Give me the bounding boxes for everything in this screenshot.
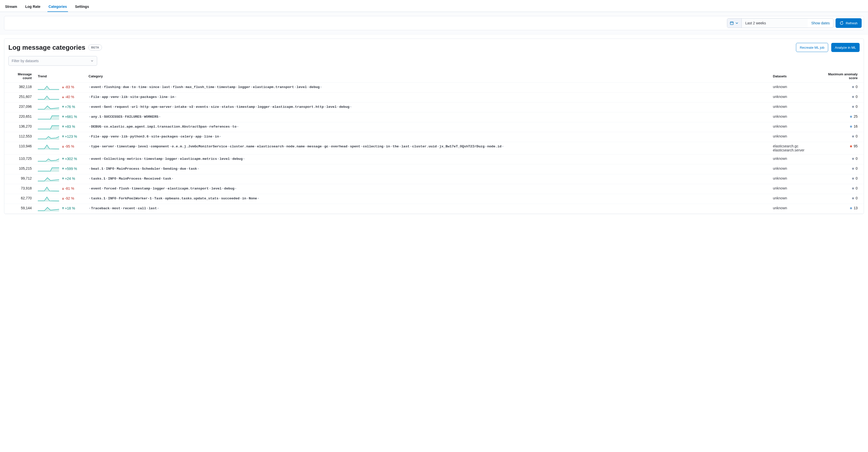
category-token: max_flush_time [186, 85, 214, 89]
trend-cell: +599 % [35, 164, 86, 174]
trend-value: +599 % [62, 167, 77, 171]
table-row[interactable]: 62,770 -92 % •tasks.1•INFO•ForkPoolWorke… [4, 194, 864, 204]
category-token: event [91, 187, 101, 190]
panel-header-actions: Recreate ML job Analyze in ML [796, 43, 860, 52]
datasets-cell: unknown [770, 194, 815, 204]
col-trend[interactable]: Trend [35, 70, 86, 83]
category-token: timestamp [217, 85, 236, 89]
token-separator: • [202, 135, 204, 139]
arrow-up-icon [62, 125, 64, 128]
col-anomaly-score[interactable]: Maximum anomaly score [815, 70, 864, 83]
anomaly-score: 95 [815, 142, 864, 154]
datasets-cell: unknown [770, 154, 815, 164]
tab-log-rate[interactable]: Log Rate [24, 2, 41, 12]
table-row[interactable]: 59,144 +18 % •Traceback•most•recent•call… [4, 204, 864, 214]
category-token: lib [122, 135, 128, 139]
arrow-down-icon [62, 96, 64, 98]
category-token: flushing [104, 85, 121, 89]
tab-stream[interactable]: Stream [4, 2, 18, 12]
token-separator: • [89, 105, 91, 109]
datasets-cell: unknown [770, 164, 815, 174]
token-separator: • [219, 135, 221, 139]
refresh-button[interactable]: Refresh [836, 18, 862, 28]
trend-cell: -83 % [35, 83, 86, 93]
token-separator: • [150, 187, 152, 190]
table-row[interactable]: 110,946 -95 % •type•server•timestamp•lev… [4, 142, 864, 154]
token-separator: • [128, 95, 130, 99]
category-token: collecting [363, 145, 383, 148]
token-separator: • [110, 207, 112, 210]
severity-dot [850, 145, 852, 147]
sparkline [38, 167, 59, 172]
token-separator: • [222, 187, 224, 190]
col-datasets[interactable]: Datasets [770, 70, 815, 83]
token-separator: • [294, 85, 296, 89]
date-quick-select-button[interactable] [727, 19, 742, 28]
token-separator: • [163, 197, 165, 200]
col-message-count[interactable]: Message count [4, 70, 35, 83]
category-token: opbeans.tasks.update_stats [165, 197, 219, 200]
category-token: gc [324, 145, 329, 148]
sparkline [38, 156, 59, 162]
token-separator: • [149, 135, 151, 139]
sparkline [38, 95, 59, 100]
table-row[interactable]: 251,607 -40 % •File•app•venv•lib•site-pa… [4, 93, 864, 102]
sparkline [38, 124, 59, 130]
category-pattern: •event•Collecting•metrics•timestamp•logg… [86, 154, 770, 164]
table-row[interactable]: 237,096 +76 % •event•Sent•request•url•ht… [4, 102, 864, 112]
category-token: MainProcess [117, 167, 139, 171]
categories-table: Message count Trend Category Datasets Ma… [4, 70, 864, 214]
token-separator: • [117, 197, 119, 200]
arrow-down-icon [62, 86, 64, 89]
table-row[interactable]: 112,553 +123 % •File•app•venv•lib•python… [4, 132, 864, 142]
token-separator: • [119, 135, 121, 139]
token-separator: • [186, 167, 188, 171]
token-separator: • [100, 135, 102, 139]
token-separator: • [102, 105, 104, 109]
category-token: python3.6 [130, 135, 149, 139]
category-token: lib [122, 95, 128, 99]
tab-categories[interactable]: Categories [48, 2, 68, 12]
table-row[interactable]: 382,118 -83 % •event•flushing•due•to•tim… [4, 83, 864, 93]
category-token: cluster.uuid [412, 145, 437, 148]
analyze-in-ml-button[interactable]: Analyze in ML [831, 43, 860, 52]
category-pattern: •File•app•venv•lib•python3.6•site-packag… [86, 132, 770, 142]
table-row[interactable]: 220,651 +681 % •any.1•SUCCESSES•FAILURES… [4, 112, 864, 122]
category-token: venv [111, 135, 119, 139]
token-separator: • [100, 95, 102, 99]
category-token: flush [173, 85, 183, 89]
token-separator: • [108, 95, 110, 99]
tab-settings[interactable]: Settings [74, 2, 90, 12]
table-row[interactable]: 99,712 +24 % •tasks.1•INFO•MainProcess•R… [4, 174, 864, 184]
table-row[interactable]: 73,918 -81 % •event•forced•flush•timesta… [4, 184, 864, 194]
category-token: any.1 [91, 115, 101, 119]
category-token: due [180, 167, 186, 171]
sparkline [38, 186, 59, 192]
category-pattern: •tasks.1•INFO•MainProcess•Received•task• [86, 174, 770, 184]
category-token: in [386, 145, 390, 148]
trend-value: +123 % [62, 134, 77, 139]
recreate-ml-job-button[interactable]: Recreate ML job [796, 43, 828, 52]
trend-cell: +681 % [35, 112, 86, 122]
category-pattern: •event•flushing•due•to•time•since•last•f… [86, 83, 770, 93]
token-separator: • [183, 85, 185, 89]
arrow-down-icon [62, 187, 64, 190]
dataset-name: elasticsearch.server [773, 148, 812, 152]
category-token: elasticapm.transport.http [272, 105, 324, 109]
token-separator: • [149, 105, 151, 109]
category-pattern: •event•Sent•request•url•http•apm-server•… [86, 102, 770, 112]
filter-datasets-select[interactable]: Filter by datasets [8, 56, 97, 66]
token-separator: • [89, 157, 91, 161]
table-row[interactable]: 136,270 +83 % •DEBUG•co.elastic.apm.agen… [4, 122, 864, 132]
table-row[interactable]: 105,215 +599 % •beat.1•INFO•MainProcess•… [4, 164, 864, 174]
col-category[interactable]: Category [86, 70, 770, 83]
message-count: 220,651 [4, 112, 35, 122]
table-row[interactable]: 110,725 +302 % •event•Collecting•metrics… [4, 154, 864, 164]
message-count: 237,096 [4, 102, 35, 112]
trend-value: -92 % [62, 196, 74, 200]
category-token: app [195, 135, 202, 139]
category-token: venv [111, 95, 119, 99]
refresh-label: Refresh [846, 21, 858, 25]
show-dates-link[interactable]: Show dates [808, 19, 833, 28]
date-range-label[interactable]: Last 2 weeks [742, 19, 808, 28]
